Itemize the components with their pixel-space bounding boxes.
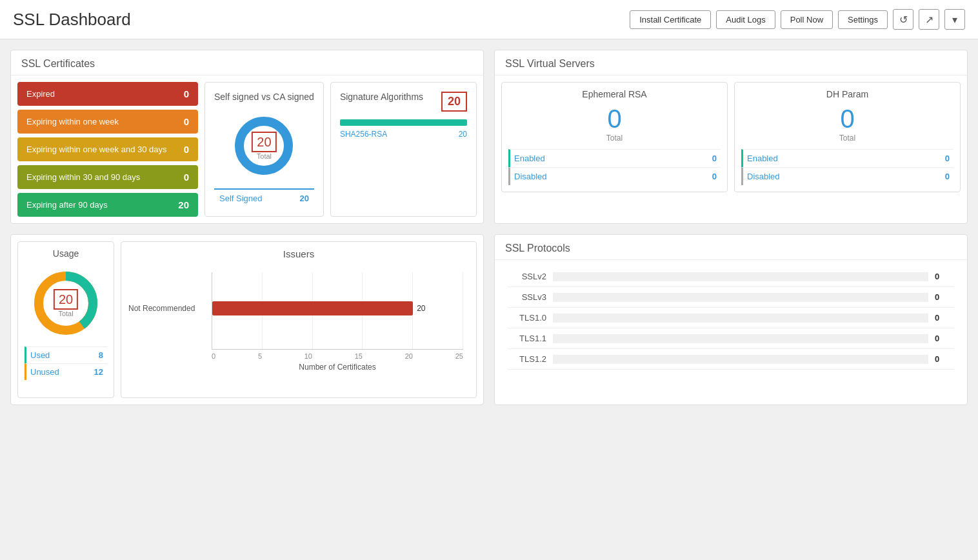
usage-used-label[interactable]: Used bbox=[30, 350, 50, 360]
cert-count-week-30: 0 bbox=[184, 144, 189, 155]
sig-bar-label: SHA256-RSA 20 bbox=[340, 130, 467, 139]
dh-enabled-row: Enabled 0 bbox=[741, 149, 953, 167]
cert-label-after-90: Expiring after 90 days bbox=[26, 200, 108, 210]
chart-grid: Not Recommended 20 bbox=[212, 272, 463, 350]
ephemeral-disabled-row: Disabled 0 bbox=[508, 167, 721, 185]
cert-list: Expired 0 Expiring within one week 0 Exp… bbox=[17, 82, 198, 217]
poll-now-button[interactable]: Poll Now bbox=[781, 10, 833, 29]
install-certificate-button[interactable]: Install Certificate bbox=[630, 10, 711, 29]
protocol-val-sslv2: 0 bbox=[935, 272, 954, 281]
self-signed-count: 20 bbox=[299, 194, 308, 203]
bottom-left-inner: Usage 20 Total Used bbox=[11, 235, 483, 405]
ephemeral-title: Ephemeral RSA bbox=[508, 89, 721, 99]
sig-label-sha256: SHA256-RSA bbox=[340, 130, 387, 139]
cert-label-week-30: Expiring within one week and 30 days bbox=[26, 145, 167, 154]
x-axis-15: 15 bbox=[355, 352, 363, 360]
bar-row-not-recommended: Not Recommended 20 bbox=[212, 301, 463, 315]
self-signed-panel: Self signed vs CA signed 20 Total Self S… bbox=[205, 82, 324, 217]
protocol-row-tls12: TLS1.2 0 bbox=[508, 349, 954, 370]
ephemeral-enabled-row: Enabled 0 bbox=[508, 149, 721, 167]
sig-title: Signature Algorithms bbox=[340, 92, 423, 102]
usage-used-row: Used 8 bbox=[25, 346, 107, 363]
self-signed-title: Self signed vs CA signed bbox=[214, 92, 314, 102]
dh-total-label: Total bbox=[741, 134, 953, 143]
signature-algorithms-panel: Signature Algorithms 20 SHA256-RSA 20 bbox=[330, 82, 477, 217]
sig-bar-row: SHA256-RSA 20 bbox=[340, 119, 467, 139]
protocol-bar-tls11 bbox=[553, 334, 928, 343]
external-link-icon[interactable]: ↗ bbox=[919, 9, 939, 30]
cert-item-expired[interactable]: Expired 0 bbox=[17, 82, 198, 106]
protocol-val-tls11: 0 bbox=[935, 334, 954, 343]
ssl-vs-title: SSL Virtual Servers bbox=[495, 50, 967, 75]
ephemeral-total: 0 bbox=[508, 105, 721, 134]
donut-total: 20 bbox=[252, 132, 276, 152]
sig-header: Signature Algorithms 20 bbox=[340, 92, 467, 112]
dh-total: 0 bbox=[741, 105, 953, 134]
dashboard: SSL Certificates Expired 0 Expiring with… bbox=[0, 39, 978, 415]
donut-label: Total bbox=[252, 152, 276, 160]
dh-title: DH Param bbox=[741, 89, 953, 99]
usage-unused-label[interactable]: Unused bbox=[30, 367, 59, 377]
protocol-row-tls10: TLS1.0 0 bbox=[508, 308, 954, 328]
usage-rows: Used 8 Unused 12 bbox=[25, 346, 107, 380]
sig-total-badge: 20 bbox=[441, 92, 467, 112]
ssl-protocols-panel: SSL Protocols SSLv2 0 SSLv3 0 TLS1.0 bbox=[494, 234, 968, 405]
dh-disabled-row: Disabled 0 bbox=[741, 167, 953, 185]
protocol-name-sslv2: SSLv2 bbox=[508, 272, 546, 281]
audit-logs-button[interactable]: Audit Logs bbox=[716, 10, 775, 29]
usage-unused-val: 12 bbox=[94, 367, 103, 377]
protocol-row-tls11: TLS1.1 0 bbox=[508, 328, 954, 349]
settings-button[interactable]: Settings bbox=[838, 10, 888, 29]
chart-area: Not Recommended 20 0 5 10 15 20 25 Numbe… bbox=[128, 266, 470, 391]
issuers-title: Issuers bbox=[128, 248, 470, 259]
cert-count-expired: 0 bbox=[184, 88, 189, 99]
cert-label-expired: Expired bbox=[26, 89, 55, 99]
ephemeral-disabled-label[interactable]: Disabled bbox=[514, 172, 547, 181]
dh-disabled-val: 0 bbox=[945, 172, 950, 181]
protocol-name-tls12: TLS1.2 bbox=[508, 354, 546, 364]
header-actions: Install Certificate Audit Logs Poll Now … bbox=[630, 9, 965, 30]
x-axis-5: 5 bbox=[258, 352, 262, 360]
ssl-certs-inner: Expired 0 Expiring within one week 0 Exp… bbox=[11, 75, 483, 223]
x-axis-25: 25 bbox=[455, 352, 463, 360]
ssl-virtual-servers-panel: SSL Virtual Servers Ephemeral RSA 0 Tota… bbox=[494, 50, 968, 224]
bar-label-not-recommended: Not Recommended bbox=[128, 304, 195, 313]
ephemeral-total-label: Total bbox=[508, 134, 721, 143]
dh-enabled-label[interactable]: Enabled bbox=[747, 154, 778, 163]
self-signed-row: Self Signed 20 bbox=[214, 188, 314, 207]
protocol-row-sslv2: SSLv2 0 bbox=[508, 266, 954, 287]
protocol-bar-tls10 bbox=[553, 314, 928, 323]
ephemeral-disabled-val: 0 bbox=[712, 172, 717, 181]
dh-disabled-label[interactable]: Disabled bbox=[747, 172, 780, 181]
protocol-bar-tls12 bbox=[553, 355, 928, 364]
self-signed-link[interactable]: Self Signed bbox=[219, 194, 263, 203]
dh-param-panel: DH Param 0 Total Enabled 0 Disabled 0 bbox=[734, 82, 961, 192]
usage-donut: 20 Total bbox=[30, 268, 101, 339]
ssl-certificates-panel: SSL Certificates Expired 0 Expiring with… bbox=[10, 50, 484, 224]
x-axis-label: Number of Certificates bbox=[212, 363, 463, 372]
cert-count-after-90: 20 bbox=[178, 199, 189, 210]
cert-count-week: 0 bbox=[184, 116, 189, 127]
usage-unused-row: Unused 12 bbox=[25, 363, 107, 380]
cert-item-week[interactable]: Expiring within one week 0 bbox=[17, 110, 198, 134]
protocol-val-sslv3: 0 bbox=[935, 292, 954, 302]
self-signed-donut: 20 Total bbox=[232, 114, 296, 178]
cert-item-30-90[interactable]: Expiring within 30 and 90 days 0 bbox=[17, 165, 198, 189]
ephemeral-enabled-label[interactable]: Enabled bbox=[514, 154, 545, 163]
dropdown-arrow-icon[interactable]: ▾ bbox=[944, 9, 965, 30]
cert-label-week: Expiring within one week bbox=[26, 117, 119, 126]
ssl-certs-title: SSL Certificates bbox=[11, 50, 483, 75]
protocol-name-tls11: TLS1.1 bbox=[508, 334, 546, 343]
bar-value-not-recommended: 20 bbox=[417, 304, 425, 313]
cert-item-week-30[interactable]: Expiring within one week and 30 days 0 bbox=[17, 137, 198, 161]
protocol-row-sslv3: SSLv3 0 bbox=[508, 287, 954, 308]
bottom-left-panel: Usage 20 Total Used bbox=[10, 234, 484, 405]
protocol-val-tls12: 0 bbox=[935, 354, 954, 364]
protocol-name-sslv3: SSLv3 bbox=[508, 292, 546, 302]
ephemeral-enabled-val: 0 bbox=[712, 154, 717, 163]
refresh-icon[interactable]: ↺ bbox=[893, 9, 913, 30]
cert-count-30-90: 0 bbox=[184, 172, 189, 183]
ssl-vs-inner: Ephemeral RSA 0 Total Enabled 0 Disabled… bbox=[495, 75, 967, 199]
cert-item-after-90[interactable]: Expiring after 90 days 20 bbox=[17, 193, 198, 217]
usage-panel: Usage 20 Total Used bbox=[17, 241, 114, 398]
